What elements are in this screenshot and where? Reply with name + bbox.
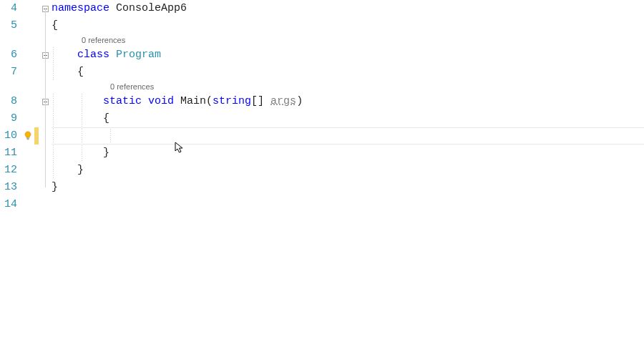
lightbulb-icon[interactable]	[21, 127, 34, 145]
code-line[interactable]: }	[52, 179, 644, 196]
line-number: 5	[0, 17, 17, 34]
glyph-margin	[21, 0, 34, 213]
code-line[interactable]	[52, 196, 644, 213]
code-editor[interactable]: 4 5 6 7 8 9 10 11 12 13 14	[0, 0, 644, 213]
parameter-args: args	[270, 95, 296, 107]
line-number: 12	[0, 162, 17, 179]
line-number: 6	[0, 47, 17, 64]
brace: {	[52, 19, 58, 31]
line-number-gutter: 4 5 6 7 8 9 10 11 12 13 14	[0, 0, 21, 213]
line-number: 7	[0, 64, 17, 81]
line-number: 14	[0, 196, 17, 213]
keyword-void: void	[142, 95, 174, 107]
brace: }	[77, 164, 84, 176]
class-name: Program	[109, 49, 161, 61]
namespace-name: ConsoleApp6	[109, 2, 187, 14]
brace: }	[103, 147, 109, 159]
keyword-static: static	[103, 95, 142, 107]
keyword-class: class	[77, 49, 109, 61]
code-text-area[interactable]: namespace ConsoleApp6 { 0 references cla…	[52, 0, 644, 213]
code-line[interactable]: {	[52, 17, 644, 34]
line-number: 10	[0, 127, 17, 145]
brace: }	[52, 181, 58, 193]
code-line[interactable]: {	[52, 64, 644, 81]
svg-rect-0	[26, 138, 29, 140]
brace: {	[103, 112, 109, 124]
line-number: 4	[0, 0, 17, 17]
line-number: 8	[0, 93, 17, 110]
brace: {	[77, 66, 84, 78]
keyword-string: string	[213, 95, 251, 107]
code-line[interactable]: {	[52, 110, 644, 127]
method-name: Main	[174, 95, 206, 107]
code-line[interactable]: namespace ConsoleApp6	[52, 0, 644, 17]
outlining-margin[interactable]	[39, 0, 52, 213]
code-line-current[interactable]	[52, 127, 644, 145]
codelens-references[interactable]: 0 references	[52, 81, 644, 93]
code-line[interactable]: }	[52, 162, 644, 179]
line-number: 9	[0, 110, 17, 127]
codelens-references[interactable]: 0 references	[52, 34, 644, 47]
code-line[interactable]: class Program	[52, 47, 644, 64]
line-number: 13	[0, 179, 17, 196]
keyword-namespace: namespace	[52, 2, 109, 14]
line-number: 11	[0, 145, 17, 162]
code-line[interactable]: }	[52, 145, 644, 162]
code-line[interactable]: static void Main(string[] args)	[52, 93, 644, 110]
svg-rect-1	[27, 139, 29, 140]
